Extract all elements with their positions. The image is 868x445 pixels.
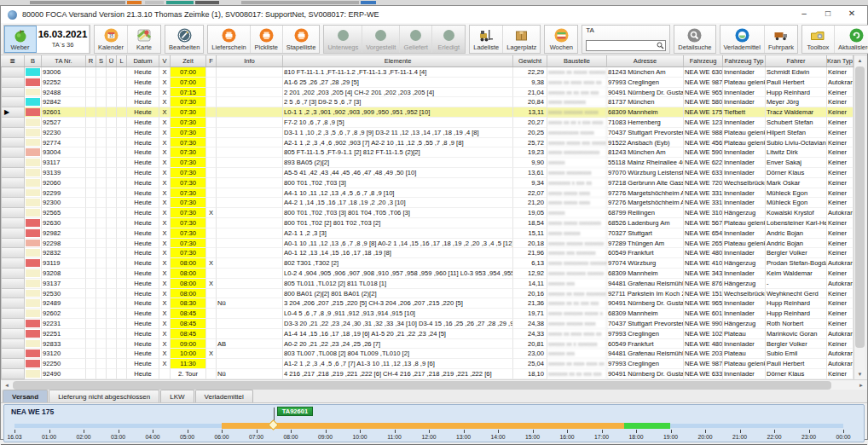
- verlademittel-button[interactable]: Verlademittel: [720, 26, 765, 53]
- table-row[interactable]: 92833HeuteX09:00ABA0-2 20 ,21 ,22 ,23 ,2…: [1, 339, 854, 350]
- column-header-l[interactable]: L: [117, 55, 127, 66]
- column-header-fz[interactable]: Fahrzeug: [684, 55, 723, 66]
- ta-search-input[interactable]: [586, 40, 666, 51]
- detailsuche-button[interactable]: Detailsuche: [674, 26, 715, 53]
- row-selector[interactable]: [1, 67, 25, 78]
- row-selector[interactable]: [1, 369, 25, 379]
- table-row[interactable]: 92488HeuteX07:152 201 ,202 ,203 ,205 [4]…: [1, 88, 854, 98]
- row-selector[interactable]: [1, 178, 25, 188]
- table-row[interactable]: 92490Heute2. TourNü4 216 ,217 ,218 ,219 …: [1, 369, 854, 379]
- row-selector[interactable]: [1, 289, 25, 299]
- column-header-u[interactable]: Ü: [107, 55, 117, 66]
- column-header-typ[interactable]: Fahrzeug Typ: [723, 55, 766, 66]
- column-header-f[interactable]: F: [206, 55, 217, 66]
- tab-lieferung-nicht-abgeschlossen[interactable]: Lieferung nicht abgeschlossen: [49, 390, 159, 402]
- row-selector[interactable]: [1, 208, 25, 218]
- row-selector[interactable]: [1, 118, 25, 128]
- row-selector[interactable]: [1, 319, 25, 329]
- stapelliste-button[interactable]: Stapelliste: [283, 26, 320, 53]
- tab-lkw[interactable]: LKW: [160, 390, 194, 402]
- table-row[interactable]: 92602HeuteX08:45L0-4 5 ,6 ,7 ,8 ,9 ,911 …: [1, 309, 854, 319]
- bearbeiten-button[interactable]: Bearbeiten: [165, 26, 203, 53]
- scroll-up-icon[interactable]: ▲: [854, 55, 865, 66]
- minimize-button[interactable]: –: [792, 6, 816, 23]
- timeline-marker-flag[interactable]: TA92601: [277, 407, 313, 416]
- row-selector[interactable]: [1, 128, 25, 138]
- table-row[interactable]: 93139HeuteX07:30A5-5 41 ,42 ,43 ,44 ,45 …: [1, 168, 854, 178]
- table-row[interactable]: 92774HeuteX07:30A2-1 1 ,2 ,3 ,4 ,6 ,902 …: [1, 138, 854, 148]
- table-row[interactable]: 93004HeuteX07:30805 FT-11-1.5 ,FT-9-1.1 …: [1, 147, 854, 158]
- column-header-r[interactable]: R: [86, 55, 96, 66]
- table-row[interactable]: 92530HeuteX08:00800 BA01 (2)[2] 801 BA01…: [1, 289, 854, 299]
- row-selector[interactable]: [1, 147, 25, 158]
- table-row[interactable]: 92250HeuteX11:30A1-2 1 ,2 ,3 ,4 ,5 ,6 ,7…: [1, 359, 854, 369]
- table-row[interactable]: 92630HeuteX07:30800 T01 ,T02 [2] 801 T02…: [1, 218, 854, 228]
- search-magnifier-icon[interactable]: [657, 38, 664, 45]
- row-selector[interactable]: [1, 349, 25, 359]
- kalender-button[interactable]: 15Kalender: [95, 26, 128, 53]
- table-row[interactable]: 93137HeuteX08:00X805 TL011 ,TL012 [2] 81…: [1, 279, 854, 289]
- pickliste-button[interactable]: Pickliste: [251, 26, 283, 53]
- row-selector[interactable]: [1, 239, 25, 249]
- vertical-scroll-thumb[interactable]: [855, 66, 865, 348]
- row-selector[interactable]: [1, 309, 25, 319]
- close-button[interactable]: ✕: [840, 6, 864, 23]
- row-selector[interactable]: [1, 198, 25, 208]
- lagerplatz-button[interactable]: Lagerplatz: [503, 26, 540, 53]
- table-row-selected[interactable]: ▶92601HeuteX07:30L0-1 1 ,2 ,3 ,901 ,902 …: [1, 107, 854, 118]
- table-row[interactable]: 92842HeuteX07:302 5 ,6 ,7 [3] D9-2 5 ,6 …: [1, 97, 854, 107]
- horizontal-scroll-thumb[interactable]: [13, 381, 831, 390]
- table-row[interactable]: 92982HeuteX07:30A2-1 1 ,2 ,3 [3]15,11xxx…: [1, 228, 854, 239]
- row-selector[interactable]: [1, 78, 25, 88]
- column-header-gw[interactable]: Gewicht: [513, 55, 547, 66]
- table-row[interactable]: 93120HeuteX10:00X803 TL007 ,TL008 [2] 80…: [1, 349, 854, 359]
- column-header-b[interactable]: B: [25, 55, 42, 66]
- row-selector[interactable]: [1, 97, 25, 107]
- row-selector[interactable]: [1, 248, 25, 258]
- column-header-ta[interactable]: TA Nr.: [42, 55, 86, 66]
- table-row[interactable]: 92060HeuteX07:30800 T01 ,T02 ,T03 [3]9,3…: [1, 178, 854, 188]
- tab-versand[interactable]: Versand: [3, 390, 48, 402]
- column-header-zeit[interactable]: Zeit: [171, 55, 206, 66]
- table-row[interactable]: 92299HeuteX07:30A4-1 10 ,11 ,12 ,13 ,4 ,…: [1, 188, 854, 199]
- horizontal-scrollbar[interactable]: ◄ ►: [1, 379, 867, 390]
- table-row[interactable]: 92251HeuteX08:45A1-4 14 ,15 ,16 ,17 ,18 …: [1, 329, 854, 339]
- weber-button[interactable]: Weber: [4, 26, 37, 53]
- table-row[interactable]: 93208HeuteX08:00L0-2 4 ,904 ,905 ,906 ,9…: [1, 269, 854, 279]
- column-header-adr[interactable]: Adresse: [607, 55, 684, 66]
- column-header-bs[interactable]: Baustelle: [547, 55, 607, 66]
- ladeliste-button[interactable]: Ladeliste: [470, 26, 503, 53]
- maximize-button[interactable]: □: [816, 6, 840, 23]
- column-header-info[interactable]: Info: [217, 55, 283, 66]
- toolbox-button[interactable]: Toolbox: [802, 26, 835, 53]
- table-row[interactable]: 93117HeuteX07:30893 BA05 (2)[2]9,90xxxxx…: [1, 158, 854, 168]
- row-selector[interactable]: [1, 298, 25, 309]
- column-header-fahrer[interactable]: Fahrer: [766, 55, 827, 66]
- row-selector[interactable]: [1, 359, 25, 369]
- table-row[interactable]: 92298HeuteX07:30A0-1 10 ,11 ,12 ,13 ,6 ,…: [1, 239, 854, 249]
- table-row[interactable]: 92300HeuteX07:30A4-2 1 ,14 ,15 ,16 ,17 ,…: [1, 198, 854, 208]
- table-row[interactable]: 92489HeuteX08:30Nü3 204 ,206 ,207 ,215 ,…: [1, 298, 854, 309]
- row-selector[interactable]: ▶: [1, 107, 25, 118]
- row-selector[interactable]: [1, 168, 25, 178]
- row-selector[interactable]: [1, 329, 25, 339]
- karte-button[interactable]: Karte: [128, 26, 160, 53]
- table-row[interactable]: 92527HeuteX07:30F7-2 10 ,6 ,7 ,8 ,9 [5]2…: [1, 118, 854, 128]
- row-selector[interactable]: [1, 269, 25, 279]
- table-row[interactable]: 93006HeuteX07:00810 FT-11-1.1 ,FT-11-1.2…: [1, 67, 854, 78]
- aktualisieren-button[interactable]: Aktualisieren: [835, 26, 868, 53]
- table-row[interactable]: 92832HeuteX07:30A0-1 12 ,13 ,14 ,15 ,16 …: [1, 248, 854, 258]
- column-header-kran[interactable]: Kran Typ: [827, 55, 854, 66]
- row-selector[interactable]: [1, 218, 25, 228]
- table-row[interactable]: 93119HeuteX08:00X802 T301 ,T302 [2]6,13x…: [1, 258, 854, 269]
- column-header-v[interactable]: V: [159, 55, 171, 66]
- row-selector[interactable]: [1, 88, 25, 98]
- row-selector[interactable]: [1, 258, 25, 269]
- lieferschein-button[interactable]: Lieferschein: [208, 26, 250, 53]
- row-selector[interactable]: [1, 158, 25, 168]
- scroll-down-icon[interactable]: ▼: [854, 369, 865, 379]
- fuhrpark-button[interactable]: Fuhrpark: [765, 26, 797, 53]
- row-selector[interactable]: [1, 339, 25, 350]
- row-selector[interactable]: [1, 188, 25, 199]
- table-row[interactable]: 92230HeuteX07:30D3-1 1 ,10 ,2 ,3 ,5 ,6 ,…: [1, 128, 854, 138]
